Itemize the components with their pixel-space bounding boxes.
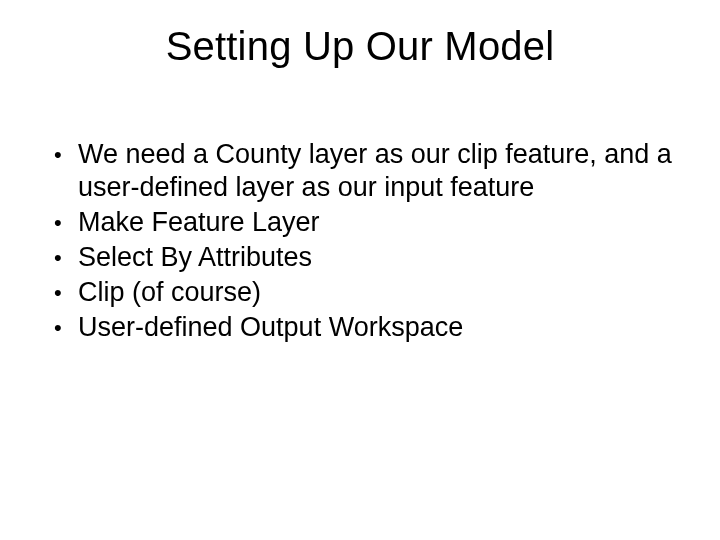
list-item: Select By Attributes [48, 241, 678, 274]
slide-body: We need a County layer as our clip featu… [48, 138, 678, 346]
slide: Setting Up Our Model We need a County la… [0, 0, 720, 540]
list-item: Clip (of course) [48, 276, 678, 309]
list-item: User-defined Output Workspace [48, 311, 678, 344]
list-item: Make Feature Layer [48, 206, 678, 239]
slide-title: Setting Up Our Model [0, 24, 720, 69]
list-item: We need a County layer as our clip featu… [48, 138, 678, 204]
bullet-list: We need a County layer as our clip featu… [48, 138, 678, 344]
